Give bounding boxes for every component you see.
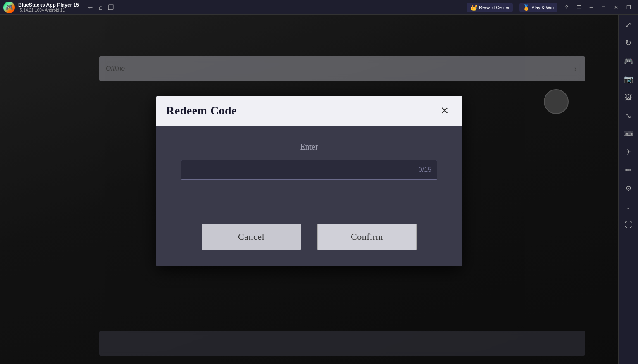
titlebar-right: 👑 Reward Center 🏅 Play & Win ? ☰ ─ □ ✕ ❐ bbox=[467, 3, 631, 12]
dialog-title: Redeem Code bbox=[166, 104, 237, 117]
reward-center-label: Reward Center bbox=[479, 5, 509, 10]
download-icon[interactable]: ↓ bbox=[621, 199, 636, 214]
code-input-wrapper: 0/15 bbox=[181, 160, 437, 180]
play-win-icon: 🏅 bbox=[523, 4, 530, 11]
redeem-code-dialog: Redeem Code ✕ Enter 0/15 Cancel Confirm bbox=[156, 96, 462, 266]
dialog-body: Enter 0/15 bbox=[156, 126, 462, 217]
close-window-button[interactable]: ✕ bbox=[613, 5, 619, 10]
screenshot-icon[interactable]: 🖼 bbox=[621, 90, 636, 105]
camera-icon[interactable]: 📷 bbox=[621, 72, 636, 87]
menu-button[interactable]: ☰ bbox=[576, 5, 582, 10]
cancel-button[interactable]: Cancel bbox=[202, 224, 301, 250]
enter-label: Enter bbox=[300, 142, 318, 152]
resize-icon[interactable]: ⤡ bbox=[621, 108, 636, 123]
app-name: BlueStacks App Player 15 bbox=[18, 2, 79, 8]
gamepad-icon[interactable]: 🎮 bbox=[621, 54, 636, 69]
restore-button[interactable]: ❐ bbox=[626, 5, 631, 10]
back-button[interactable]: ← bbox=[87, 4, 94, 11]
brush-icon[interactable]: ✏ bbox=[621, 163, 636, 178]
titlebar: 🎮 BlueStacks App Player 15 5.14.21.1004 … bbox=[0, 0, 638, 15]
app-logo: 🎮 bbox=[3, 2, 15, 13]
expand-icon[interactable]: ⤢ bbox=[621, 17, 636, 32]
maximize-button[interactable]: □ bbox=[601, 5, 607, 10]
reward-crown-icon: 👑 bbox=[470, 4, 477, 11]
fullscreen-icon[interactable]: ⛶ bbox=[621, 217, 636, 232]
play-win-button[interactable]: 🏅 Play & Win bbox=[519, 3, 557, 12]
help-button[interactable]: ? bbox=[564, 5, 569, 10]
location-icon[interactable]: ✈ bbox=[621, 145, 636, 159]
titlebar-nav: ← ⌂ ❐ bbox=[87, 3, 114, 11]
minimize-button[interactable]: ─ bbox=[588, 5, 594, 10]
home-button[interactable]: ⌂ bbox=[99, 4, 103, 11]
code-input[interactable] bbox=[181, 160, 437, 180]
dialog-header: Redeem Code ✕ bbox=[156, 96, 462, 126]
settings-icon[interactable]: ⚙ bbox=[621, 181, 636, 196]
confirm-button[interactable]: Confirm bbox=[317, 224, 417, 250]
main-content: Offline › Redeem Code ✕ Enter 0/15 Cance… bbox=[0, 15, 618, 364]
dialog-close-button[interactable]: ✕ bbox=[437, 103, 452, 118]
sync-icon[interactable]: ↻ bbox=[621, 36, 636, 50]
play-win-label: Play & Win bbox=[531, 5, 554, 10]
keyboard-icon[interactable]: ⌨ bbox=[621, 126, 636, 141]
app-version: 5.14.21.1004 Android 11 bbox=[20, 8, 79, 12]
right-sidebar: ⤢ ↻ 🎮 📷 🖼 ⤡ ⌨ ✈ ✏ ⚙ ↓ ⛶ bbox=[618, 0, 638, 364]
modal-overlay: Redeem Code ✕ Enter 0/15 Cancel Confirm bbox=[0, 15, 618, 364]
dialog-footer: Cancel Confirm bbox=[156, 217, 462, 266]
reward-center-button[interactable]: 👑 Reward Center bbox=[467, 3, 513, 12]
copy-button[interactable]: ❐ bbox=[108, 3, 114, 11]
